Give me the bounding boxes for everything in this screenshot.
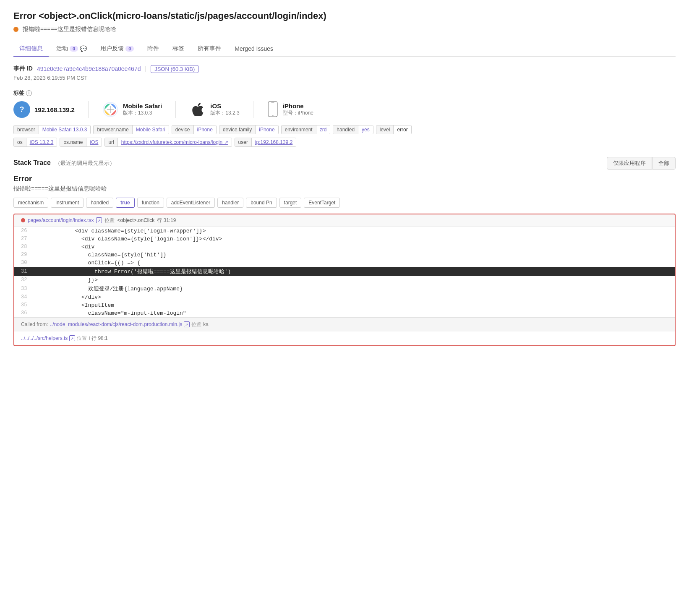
called-from-location: 位置: [191, 321, 201, 328]
sep1: [88, 101, 89, 118]
line-number: 35: [14, 301, 35, 309]
code-file-link[interactable]: pages/account/login/index.tsx: [28, 217, 94, 223]
tag-environment[interactable]: environment zrd: [281, 125, 331, 134]
line-number: 34: [14, 293, 35, 301]
helpers-line-col: 行 98:1: [91, 335, 108, 342]
helpers-external-icon[interactable]: ↗: [69, 335, 75, 341]
svg-rect-6: [268, 101, 277, 116]
helpers-file-link[interactable]: ../../../../src/helpers.ts: [21, 335, 68, 341]
line-number: 27: [14, 235, 35, 243]
tag-key: os: [14, 138, 26, 146]
tag-val[interactable]: https://zxdrd.vfuturetek.com/micro-loans…: [118, 138, 232, 146]
tag-val[interactable]: zrd: [316, 125, 330, 134]
mech-tag-handled[interactable]: handled: [86, 198, 113, 208]
mech-tag-handler[interactable]: handler: [217, 198, 243, 208]
mech-tag-addeventlistener[interactable]: addEventListener: [167, 198, 215, 208]
external-link-icon[interactable]: ↗: [96, 217, 102, 223]
tag-val[interactable]: iPhone: [256, 125, 278, 134]
tag-key: url: [105, 138, 117, 146]
tag-val[interactable]: Mobile Safari: [133, 125, 169, 134]
line-number: 30: [14, 259, 35, 267]
event-id-label: 事件 ID: [13, 65, 33, 73]
mech-tag-eventtarget[interactable]: EventTarget: [304, 198, 340, 208]
line-code: }}>: [35, 276, 675, 284]
called-from-file-link[interactable]: ../node_modules/react-dom/cjs/react-dom.…: [50, 321, 182, 327]
mech-tag-function[interactable]: function: [137, 198, 164, 208]
tag-device-family[interactable]: device.family iPhone: [219, 125, 279, 134]
os-name: iOS: [210, 102, 239, 110]
tag-val: error: [394, 125, 411, 134]
tag-val[interactable]: iOS 13.2.3: [26, 138, 57, 146]
activity-badge: 0: [70, 46, 78, 52]
phone-icon: [267, 101, 279, 118]
tag-user[interactable]: user ip:192.168.139.2: [235, 138, 297, 147]
tab-feedback[interactable]: 用户反馈 0: [94, 42, 140, 57]
called-from-external-icon[interactable]: ↗: [184, 321, 190, 327]
btn-app-only[interactable]: 仅限应用程序: [607, 157, 652, 170]
tag-key: level: [376, 125, 394, 134]
tags-row-1: browser Mobile Safari 13.0.3 browser.nam…: [13, 125, 676, 134]
tab-details[interactable]: 详细信息: [13, 42, 49, 57]
tag-os[interactable]: os iOS 13.2.3: [13, 138, 57, 147]
tag-os-name[interactable]: os.name iOS: [60, 138, 102, 147]
tag-level[interactable]: level error: [376, 125, 412, 134]
tag-url[interactable]: url https://zxdrd.vfuturetek.com/micro-l…: [104, 138, 232, 147]
tag-key: os.name: [60, 138, 86, 146]
line-number: 29: [14, 251, 35, 259]
line-col: 行 31:19: [157, 217, 176, 224]
json-link[interactable]: JSON (60.3 KiB): [151, 65, 198, 73]
error-title: Error <object>.onClick(micro-loans/stati…: [13, 10, 676, 22]
tag-browser[interactable]: browser Mobile Safari 13.0.3: [13, 125, 91, 134]
tab-tags[interactable]: 标签: [167, 42, 190, 57]
tag-device[interactable]: device iPhone: [172, 125, 217, 134]
error-block-msg: 报错啦=====这里是报错信息呢哈哈: [13, 185, 676, 193]
tab-all-events[interactable]: 所有事件: [192, 42, 227, 57]
helpers-fn: i: [89, 335, 90, 341]
called-from-fn: ka: [203, 321, 209, 327]
tab-merged-issues[interactable]: Merged Issues: [229, 42, 279, 56]
tag-val[interactable]: yes: [358, 125, 373, 134]
device-cards: ? 192.168.139.2: [13, 101, 676, 118]
mech-tag-target[interactable]: target: [279, 198, 302, 208]
btn-all[interactable]: 全部: [652, 157, 676, 170]
code-frame-header: pages/account/login/index.tsx ↗ 位置 <obje…: [14, 214, 675, 227]
tags-row-2: os iOS 13.2.3 os.name iOS url https://zx…: [13, 138, 676, 147]
tag-val[interactable]: ip:192.168.139.2: [252, 138, 296, 146]
tag-val[interactable]: Mobile Safari 13.0.3: [39, 125, 91, 134]
tab-attachments[interactable]: 附件: [141, 42, 165, 57]
browser-version: 版本：13.0.3: [123, 110, 162, 117]
device-card-ios: iOS 版本：13.2.3: [189, 101, 239, 118]
tag-handled[interactable]: handled yes: [333, 125, 373, 134]
mech-tag-bound-pn[interactable]: bound Pn: [246, 198, 277, 208]
tag-browser-name[interactable]: browser.name Mobile Safari: [93, 125, 169, 134]
tab-activity[interactable]: 活动 0 💬: [50, 42, 93, 57]
line-number: 26: [14, 227, 35, 235]
stack-trace-header: Stack Trace （最近的调用最先显示） 仅限应用程序 全部: [13, 157, 676, 170]
called-from-label: Called from:: [21, 321, 48, 327]
info-icon[interactable]: i: [26, 90, 32, 96]
tag-val[interactable]: iPhone: [194, 125, 216, 134]
line-number: 28: [14, 243, 35, 251]
error-subtitle-text: 报错啦=====这里是报错信息呢哈哈: [23, 26, 116, 32]
tag-key: browser: [14, 125, 39, 134]
event-id-link[interactable]: 491e0c9e7a9e4c4b9e188a70a0ee467d: [37, 65, 141, 72]
ip-value: 192.168.139.2: [34, 106, 75, 113]
mech-tag-true[interactable]: true: [116, 198, 135, 208]
helpers-location: 位置: [77, 335, 87, 342]
mech-tag-instrument[interactable]: instrument: [51, 198, 84, 208]
apple-icon: [189, 101, 206, 118]
mech-tag-mechanism[interactable]: mechanism: [13, 198, 48, 208]
tabs-bar: 详细信息 活动 0 💬 用户反馈 0 附件 标签 所有事件 Merged Iss…: [13, 40, 676, 57]
location-label: 位置: [104, 217, 115, 224]
line-number: 36: [14, 309, 35, 317]
timestamp: Feb 28, 2023 6:19:55 PM CST: [13, 75, 676, 81]
stack-trace-subtitle: （最近的调用最先显示）: [55, 160, 115, 166]
line-code: onClick={() => {: [35, 259, 675, 267]
mechanism-tags: mechanism instrument handled true functi…: [13, 198, 676, 208]
line-number: 33: [14, 284, 35, 293]
line-number: 31: [14, 267, 35, 276]
tag-val[interactable]: iOS: [86, 138, 102, 146]
error-block-title: Error: [13, 175, 676, 183]
line-code: <div: [35, 243, 675, 251]
stack-trace-title: Stack Trace: [13, 159, 51, 166]
